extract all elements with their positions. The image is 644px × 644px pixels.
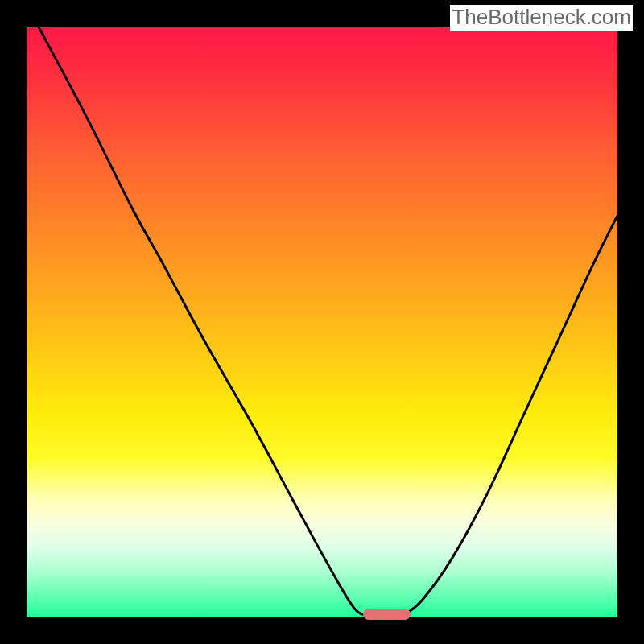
watermark-text: TheBottleneck.com bbox=[450, 5, 633, 31]
bottleneck-curve bbox=[27, 27, 617, 617]
chart-plot-area bbox=[27, 27, 617, 617]
curve-right-branch bbox=[405, 216, 617, 614]
chart-frame: TheBottleneck.com bbox=[0, 0, 644, 644]
optimal-range-marker bbox=[363, 609, 411, 620]
curve-left-branch bbox=[39, 27, 369, 614]
